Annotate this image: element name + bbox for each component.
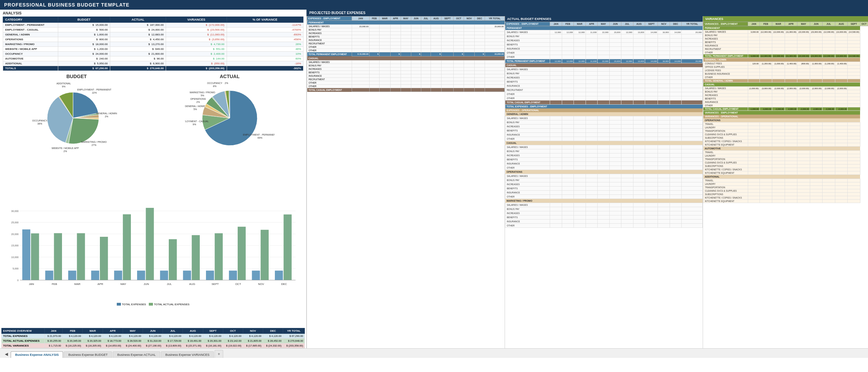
analysis-variance: $ 144.00 <box>166 56 227 61</box>
overview-col-jun: JUN <box>143 328 163 334</box>
actual-panel-title: ACTUAL BUDGET EXPENSES <box>505 16 703 22</box>
svg-text:2%: 2% <box>225 82 228 84</box>
analysis-category: OCCUPANCY <box>3 52 58 56</box>
analysis-category: MARKETING / PROMO <box>3 42 58 47</box>
analysis-actual: $ 21,600.00 <box>110 52 166 56</box>
svg-text:9%: 9% <box>193 123 196 126</box>
overview-col-feb: FEB <box>63 328 83 334</box>
analysis-budget: $ 1,600.00 <box>58 32 110 37</box>
overview-cell-1-4: $ 28,520.00 <box>123 339 143 343</box>
overview-cell-2-12: $ (203,358.00) <box>283 343 305 348</box>
analysis-variance: $ (3,650.00) <box>166 37 227 42</box>
overview-cell-2-10: $ (17,685.00) <box>243 343 263 348</box>
overview-col-total: YR TOTAL <box>283 328 305 334</box>
svg-text:9%: 9% <box>62 85 65 88</box>
bar-chart: 05,00010,00015,00020,00025,00030,00035,0… <box>3 201 299 301</box>
overview-cell-0-9: $ 4,120.00 <box>223 334 243 339</box>
tab-variances[interactable]: Business Expense VARIANCES <box>161 351 214 358</box>
svg-text:NOV: NOV <box>258 283 264 286</box>
tab-add[interactable]: + <box>215 350 223 358</box>
overview-cell-0-12: $ 67,290.00 <box>283 334 305 339</box>
legend-label-budget: TOTAL EXPENSES <box>122 303 146 306</box>
svg-rect-51 <box>91 270 99 280</box>
svg-text:25,000: 25,000 <box>11 221 19 224</box>
analysis-pct: -4700% <box>227 28 303 32</box>
overview-col-label: EXPENSE OVERVIEW <box>2 328 45 334</box>
analysis-actual: $ 96.00 <box>110 56 166 61</box>
svg-rect-67 <box>215 233 223 280</box>
overview-cell-0-4: $ 4,120.00 <box>123 334 143 339</box>
svg-rect-58 <box>146 208 154 280</box>
title-bar: PROFESSIONAL BUSINESS BUDGET TEMPLATE <box>0 0 868 10</box>
overview-cell-0-2: $ 4,120.00 <box>83 334 103 339</box>
tab-analysis[interactable]: Business Expense ANALYSIS <box>11 351 63 358</box>
svg-rect-57 <box>137 270 145 280</box>
analysis-variance: $ 551.00 <box>166 47 227 52</box>
tab-actual[interactable]: Business Expense ACTUAL <box>113 351 160 358</box>
svg-text:EMPLOYMENT - PERMANENT: EMPLOYMENT - PERMANENT <box>78 88 112 91</box>
overview-cell-2-6: $ (13,609.00) <box>163 343 183 348</box>
projected-title: PROJECTED BUDGET EXPENSES <box>307 10 868 16</box>
overview-cell-0-11: $ 4,120.00 <box>263 334 283 339</box>
svg-rect-55 <box>123 214 131 280</box>
col-pct: % OF VARIANCE <box>227 17 303 23</box>
svg-rect-54 <box>114 270 122 280</box>
overview-col-aug: AUG <box>183 328 203 334</box>
tab-bar: ◀ Business Expense ANALYSIS Business Exp… <box>0 348 868 358</box>
svg-rect-70 <box>238 226 246 280</box>
overview-cell-2-1: $ (16,225.00) <box>63 343 83 348</box>
analysis-pct: -693% <box>227 32 303 37</box>
main-title: PROFESSIONAL BUSINESS BUDGET TEMPLATE <box>4 2 130 8</box>
overview-cell-0-8: $ 4,120.00 <box>203 334 223 339</box>
overview-col-may: MAY <box>123 328 143 334</box>
actual-chart-title: ACTUAL <box>220 74 240 79</box>
col-category: CATEGORY <box>3 17 58 23</box>
analysis-variance: $ (11,083.00) <box>166 32 227 37</box>
nav-prev[interactable]: ◀ <box>3 350 10 358</box>
overview-cell-0-3: $ 4,120.00 <box>103 334 123 339</box>
analysis-actual: $ 4,450.00 <box>110 37 166 42</box>
svg-text:EMPLOYMENT - PERMANENT: EMPLOYMENT - PERMANENT <box>243 134 275 136</box>
projected-panel: EXPENSES - EMPLOYMENTJANFEBMARAPRMAYJUNJ… <box>307 16 505 348</box>
analysis-budget: $ 24,000.00 <box>58 52 110 56</box>
analysis-pct: -1147% <box>227 23 303 28</box>
overview-cell-1-2: $ 20,325.00 <box>83 339 103 343</box>
overview-cell-2-2: $ (16,205.00) <box>83 343 103 348</box>
overview-cell-2-11: $ (24,332.00) <box>263 343 283 348</box>
svg-rect-43 <box>31 233 39 280</box>
svg-text:2%: 2% <box>105 115 108 118</box>
analysis-variance: $ (23,500.00) <box>166 28 227 32</box>
svg-text:WEBSITE / MOBILE APP: WEBSITE / MOBILE APP <box>52 147 79 149</box>
actual-chart-container: ACTUAL EMPLOYMENT - PERMANENT69%EMPLOYME… <box>155 74 305 198</box>
analysis-pct: -16% <box>227 61 303 66</box>
overview-row-label-2: TOTAL VARIANCES <box>2 343 45 348</box>
svg-rect-76 <box>283 214 291 280</box>
svg-text:FEB: FEB <box>52 283 57 286</box>
overview-cell-1-10: $ 21,805.00 <box>243 339 263 343</box>
tab-budget[interactable]: Business Expense BUDGET <box>64 351 112 358</box>
overview-cell-2-8: $ (16,181.00) <box>203 343 223 348</box>
analysis-category: OPERATIONS <box>3 37 58 42</box>
analysis-budget: $ 15,000.00 <box>58 23 110 28</box>
svg-text:5,000: 5,000 <box>12 267 19 270</box>
right-panel: PROJECTED BUDGET EXPENSES EXPENSES - EMP… <box>307 10 868 348</box>
overview-col-jan: JAN <box>44 328 63 334</box>
svg-rect-64 <box>192 235 200 280</box>
totals-label: TOTALS <box>3 66 58 71</box>
analysis-category: AUTOMOTIVE <box>3 56 58 61</box>
analysis-category: GENERAL / ADMIN <box>3 32 58 37</box>
overview-col-mar: MAR <box>83 328 103 334</box>
overview-row-label-0: TOTAL EXPENSES <box>2 334 45 339</box>
overview-col-apr: APR <box>103 328 123 334</box>
analysis-actual: $ 13,270.00 <box>110 42 166 47</box>
analysis-variance: $ (172,000.00) <box>166 23 227 28</box>
svg-text:JAN: JAN <box>29 283 34 286</box>
bar-legend: TOTAL EXPENSES TOTAL ACTUAL EXPENSES <box>3 303 303 306</box>
analysis-category: EMPLOYMENT - PERMANENT <box>3 23 58 28</box>
svg-text:ADDITIONAL: ADDITIONAL <box>56 82 71 85</box>
legend-color-actual <box>149 303 153 306</box>
svg-rect-52 <box>100 237 108 280</box>
svg-text:2%: 2% <box>196 101 200 103</box>
svg-text:2%: 2% <box>64 150 67 152</box>
analysis-actual: $ 649.00 <box>110 47 166 52</box>
